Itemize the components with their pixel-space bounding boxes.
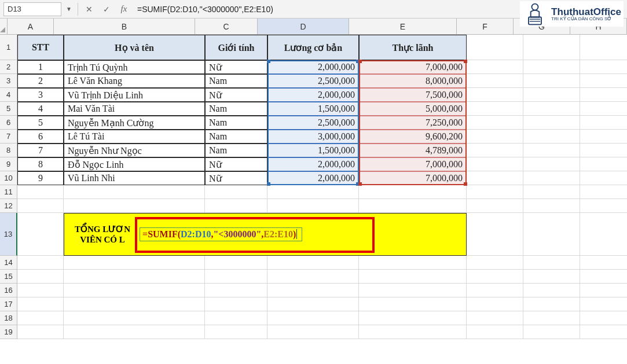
cell-G9[interactable]	[523, 157, 580, 171]
header-cell-A[interactable]: STT	[17, 35, 64, 60]
cell-H10[interactable]	[580, 171, 627, 185]
cell-E12[interactable]	[359, 199, 467, 213]
select-all-cell[interactable]	[0, 19, 8, 35]
cell-H3[interactable]	[580, 74, 627, 88]
cell-name-9[interactable]: Vũ Linh Nhi	[64, 171, 205, 185]
cells-area[interactable]: STTHọ và tênGiới tínhLương cơ bảnThực lã…	[17, 35, 627, 339]
row-header-2[interactable]: 2	[0, 60, 17, 74]
cell-F14[interactable]	[467, 256, 523, 270]
cell-C16[interactable]	[205, 284, 267, 297]
cell-F1[interactable]	[467, 35, 523, 60]
cell-sex-4[interactable]: Nam	[205, 102, 267, 116]
cell-G13[interactable]	[523, 213, 580, 256]
cell-e-8[interactable]: 7,000,000	[359, 157, 467, 171]
cell-F8[interactable]	[467, 144, 523, 157]
row-header-8[interactable]: 8	[0, 144, 17, 157]
cell-stt-5[interactable]: 5	[17, 116, 64, 130]
cell-G15[interactable]	[523, 270, 580, 284]
cell-e-7[interactable]: 4,789,000	[359, 144, 467, 157]
cell-e-6[interactable]: 9,600,200	[359, 130, 467, 144]
cell-G2[interactable]	[523, 60, 580, 74]
cell-G10[interactable]	[523, 171, 580, 185]
cell-name-1[interactable]: Trịnh Tú Quỳnh	[64, 60, 205, 74]
cell-e-9[interactable]: 7,000,000	[359, 171, 467, 185]
cell-G1[interactable]	[523, 35, 580, 60]
cell-B17[interactable]	[64, 297, 205, 311]
row-header-6[interactable]: 6	[0, 116, 17, 130]
cell-H6[interactable]	[580, 116, 627, 130]
merged-summary-cell[interactable]: TỔNG LƯƠNVIÊN CÓ L=SUMIF(D2:D10,"<300000…	[64, 213, 467, 256]
row-header-5[interactable]: 5	[0, 102, 17, 116]
row-header-15[interactable]: 15	[0, 270, 17, 284]
cell-G5[interactable]	[523, 102, 580, 116]
cell-G18[interactable]	[523, 311, 580, 325]
cell-F4[interactable]	[467, 88, 523, 102]
cell-name-7[interactable]: Nguyễn Như Ngọc	[64, 144, 205, 157]
cell-d-7[interactable]: 1,500,000	[267, 144, 359, 157]
cell-A11[interactable]	[17, 185, 64, 199]
cell-C14[interactable]	[205, 256, 267, 270]
cell-B19[interactable]	[64, 325, 205, 339]
cell-stt-7[interactable]: 7	[17, 144, 64, 157]
cell-C15[interactable]	[205, 270, 267, 284]
cell-H11[interactable]	[580, 185, 627, 199]
cell-F3[interactable]	[467, 74, 523, 88]
cell-A14[interactable]	[17, 256, 64, 270]
row-header-7[interactable]: 7	[0, 130, 17, 144]
cell-D19[interactable]	[267, 325, 359, 339]
cell-E14[interactable]	[359, 256, 467, 270]
cell-G19[interactable]	[523, 325, 580, 339]
cell-d-3[interactable]: 2,000,000	[267, 88, 359, 102]
cell-C12[interactable]	[205, 199, 267, 213]
cell-A18[interactable]	[17, 311, 64, 325]
cell-F9[interactable]	[467, 157, 523, 171]
cell-sex-3[interactable]: Nữ	[205, 88, 267, 102]
cell-D11[interactable]	[267, 185, 359, 199]
row-header-16[interactable]: 16	[0, 284, 17, 297]
col-header-B[interactable]: B	[54, 19, 195, 35]
row-header-18[interactable]: 18	[0, 311, 17, 325]
cell-d-4[interactable]: 1,500,000	[267, 102, 359, 116]
cell-name-5[interactable]: Nguyễn Mạnh Cường	[64, 116, 205, 130]
cell-G7[interactable]	[523, 130, 580, 144]
cell-E15[interactable]	[359, 270, 467, 284]
cell-E18[interactable]	[359, 311, 467, 325]
cell-F7[interactable]	[467, 130, 523, 144]
cell-D12[interactable]	[267, 199, 359, 213]
cell-sex-8[interactable]: Nữ	[205, 157, 267, 171]
cell-D18[interactable]	[267, 311, 359, 325]
cell-H8[interactable]	[580, 144, 627, 157]
cell-G8[interactable]	[523, 144, 580, 157]
cell-G12[interactable]	[523, 199, 580, 213]
cell-stt-3[interactable]: 3	[17, 88, 64, 102]
cell-d-2[interactable]: 2,500,000	[267, 74, 359, 88]
row-header-17[interactable]: 17	[0, 297, 17, 311]
row-header-1[interactable]: 1	[0, 35, 17, 60]
name-box-dropdown[interactable]: ▼	[64, 2, 74, 16]
cell-e-5[interactable]: 7,250,000	[359, 116, 467, 130]
cell-F11[interactable]	[467, 185, 523, 199]
cell-stt-9[interactable]: 9	[17, 171, 64, 185]
fx-icon[interactable]: fx	[116, 2, 131, 16]
confirm-icon[interactable]: ✓	[99, 2, 114, 16]
header-cell-C[interactable]: Giới tính	[205, 35, 267, 60]
col-header-D[interactable]: D	[258, 19, 349, 35]
cell-E11[interactable]	[359, 185, 467, 199]
cell-G11[interactable]	[523, 185, 580, 199]
cell-B11[interactable]	[64, 185, 205, 199]
cell-name-8[interactable]: Đỗ Ngọc Linh	[64, 157, 205, 171]
cell-F12[interactable]	[467, 199, 523, 213]
cell-sex-5[interactable]: Nam	[205, 116, 267, 130]
cell-H13[interactable]	[580, 213, 627, 256]
cell-B12[interactable]	[64, 199, 205, 213]
cancel-icon[interactable]: ✕	[82, 2, 97, 16]
inline-formula-edit[interactable]: =SUMIF(D2:D10,"<3000000",E2:E10)	[140, 227, 302, 241]
cell-H7[interactable]	[580, 130, 627, 144]
cell-D15[interactable]	[267, 270, 359, 284]
cell-d-8[interactable]: 2,000,000	[267, 157, 359, 171]
cell-sex-6[interactable]: Nam	[205, 130, 267, 144]
cell-H16[interactable]	[580, 284, 627, 297]
cell-stt-6[interactable]: 6	[17, 130, 64, 144]
cell-A19[interactable]	[17, 325, 64, 339]
cell-H14[interactable]	[580, 256, 627, 270]
